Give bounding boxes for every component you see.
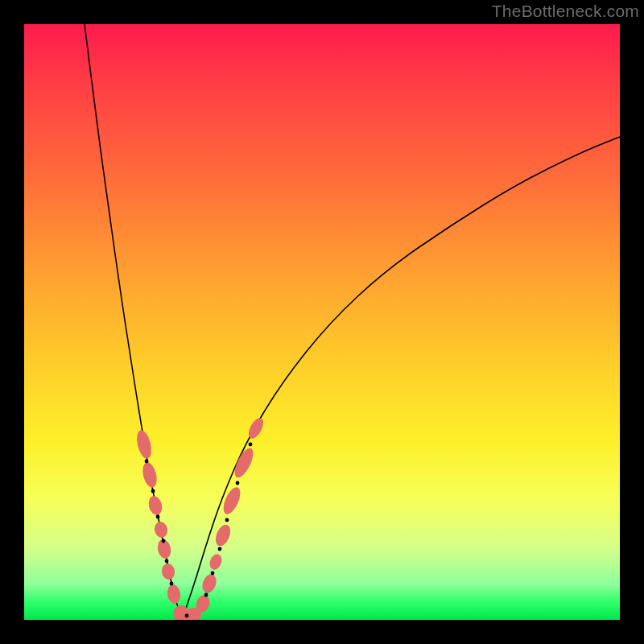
joint-dot (204, 593, 208, 597)
joint-dot (156, 515, 160, 519)
data-marker (140, 461, 159, 489)
data-marker (147, 494, 163, 516)
data-marker (213, 522, 233, 548)
data-marker (153, 521, 169, 539)
joint-dot (185, 614, 189, 618)
joint-dot (165, 559, 169, 564)
data-marker (166, 584, 182, 605)
joint-dot (236, 481, 240, 485)
data-marker (220, 485, 243, 516)
joint-dot (225, 518, 229, 522)
data-marker (208, 552, 224, 572)
joint-dot (170, 582, 174, 586)
joint-dot (151, 489, 155, 493)
data-marker (200, 572, 218, 595)
data-marker (231, 446, 257, 481)
watermark-text: TheBottleneck.com (492, 2, 639, 21)
joint-dot (218, 547, 222, 551)
joint-dot (162, 539, 166, 543)
plot-svg (24, 24, 620, 620)
data-marker (134, 429, 154, 460)
data-marker (246, 415, 266, 440)
curve-right-branch (182, 137, 620, 620)
joint-dot (211, 572, 215, 576)
joint-dot (249, 443, 253, 447)
joint-dot (145, 460, 149, 464)
data-marker (160, 563, 175, 580)
marker-layer (134, 415, 266, 620)
